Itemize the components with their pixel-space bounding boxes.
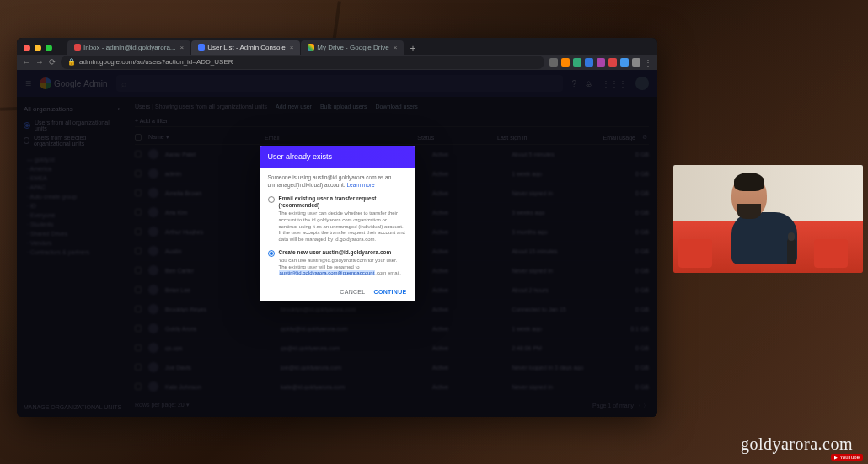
extension-icon[interactable]	[561, 58, 570, 67]
favicon-icon	[198, 44, 205, 51]
dialog-intro: Someone is using austin@id.goldyarora.co…	[268, 174, 407, 189]
radio-icon	[268, 196, 275, 203]
lock-icon: 🔒	[67, 58, 76, 66]
reload-icon[interactable]: ⟳	[49, 57, 56, 67]
url-text: admin.google.com/ac/users?action_id=ADD_…	[79, 58, 233, 66]
url-field[interactable]: 🔒 admin.google.com/ac/users?action_id=AD…	[61, 56, 544, 69]
radio-icon	[268, 250, 275, 257]
close-icon[interactable]	[24, 45, 30, 51]
extension-icons: ⋮	[549, 58, 652, 67]
minimize-icon[interactable]	[35, 45, 41, 51]
tab-bar: Inbox - admin@id.goldyarora...× User Lis…	[17, 38, 657, 55]
option-desc: You can use austin@id.goldyarora.com for…	[279, 258, 407, 277]
browser-tab[interactable]: Inbox - admin@id.goldyarora...×	[67, 40, 190, 55]
favicon-icon	[308, 44, 314, 51]
learn-more-link[interactable]: Learn more	[346, 182, 374, 188]
option-desc: The existing user can decide whether to …	[279, 211, 407, 243]
avatar-icon[interactable]	[632, 58, 640, 67]
extension-icon[interactable]	[620, 58, 629, 67]
browser-tab[interactable]: User List - Admin Console×	[191, 40, 300, 55]
continue-button[interactable]: CONTINUE	[374, 289, 407, 295]
tab-label: User List - Admin Console	[207, 44, 285, 51]
extension-icon[interactable]	[608, 58, 617, 67]
dialog-footer: CANCEL CONTINUE	[260, 284, 415, 301]
favicon-icon	[74, 44, 81, 51]
option-create-new-user[interactable]: Create new user austin@id.goldyarora.com…	[268, 249, 407, 277]
microphone-icon	[787, 237, 796, 264]
browser-tab[interactable]: My Drive - Google Drive×	[301, 40, 404, 55]
user-exists-dialog: User already exists Someone is using aus…	[260, 146, 415, 301]
close-tab-icon[interactable]: ×	[394, 44, 398, 51]
extension-icon[interactable]	[597, 58, 605, 67]
close-tab-icon[interactable]: ×	[290, 44, 294, 51]
watermark: goldyarora.com	[741, 435, 853, 454]
browser-window: Inbox - admin@id.goldyarora...× User Lis…	[17, 38, 657, 417]
forward-icon[interactable]: →	[35, 57, 44, 67]
new-tab-button[interactable]: +	[405, 43, 421, 55]
menu-icon[interactable]: ⋮	[644, 58, 652, 67]
presenter-webcam	[673, 165, 863, 273]
rename-email-highlight: austin%id.goldyarora.com@gtempaccount	[279, 270, 376, 275]
option-title: Create new user austin@id.goldyarora.com	[279, 249, 407, 257]
modal-wrapper: User already exists Someone is using aus…	[17, 70, 657, 417]
webcam-cushion	[814, 239, 848, 268]
tab-label: My Drive - Google Drive	[317, 44, 388, 51]
option-transfer-request[interactable]: Email existing user a transfer request (…	[268, 195, 407, 244]
webcam-cushion	[678, 239, 712, 268]
extension-icon[interactable]	[585, 58, 593, 67]
extension-icon[interactable]	[573, 58, 581, 67]
tab-label: Inbox - admin@id.goldyarora...	[83, 44, 176, 51]
back-icon[interactable]: ←	[22, 57, 30, 67]
window-controls[interactable]	[24, 45, 52, 51]
close-tab-icon[interactable]: ×	[180, 44, 185, 51]
dialog-title: User already exists	[260, 146, 415, 168]
extension-icon[interactable]	[549, 58, 558, 67]
maximize-icon[interactable]	[46, 45, 52, 51]
youtube-badge: YouTube	[831, 454, 863, 461]
address-bar: ← → ⟳ 🔒 admin.google.com/ac/users?action…	[17, 55, 657, 70]
admin-console-app: ≡ Google Admin ? 🕭 ⋮⋮⋮ All organizations…	[17, 70, 657, 417]
cancel-button[interactable]: CANCEL	[340, 289, 365, 295]
option-title: Email existing user a transfer request (…	[279, 195, 407, 211]
